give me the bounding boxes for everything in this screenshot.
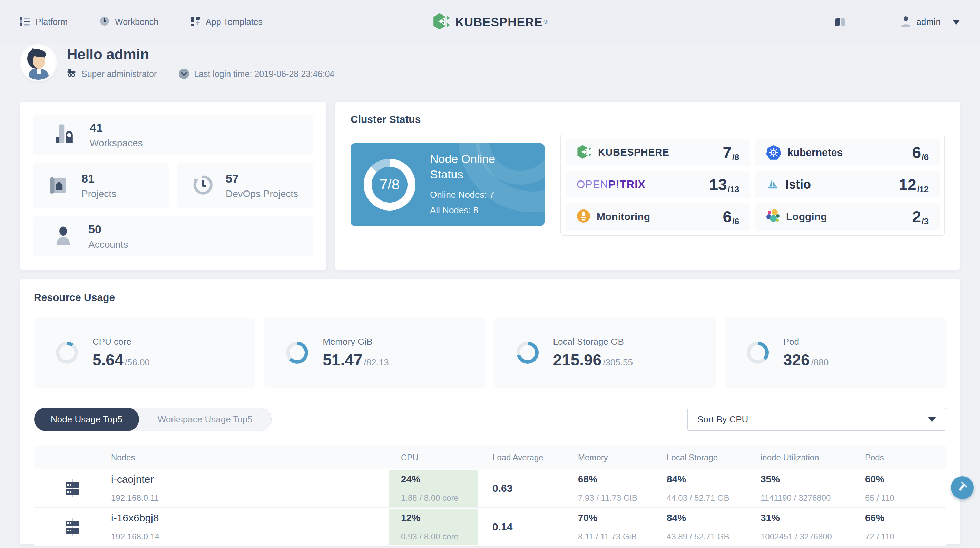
nav-right: admin — [835, 16, 960, 28]
storage-donut — [517, 342, 539, 364]
col-memory: Memory — [578, 453, 667, 462]
component-total: /3 — [922, 217, 929, 226]
accounts-person-icon — [53, 226, 73, 247]
table-row[interactable]: i-16x6bgj8 192.168.0.14 12% 0.93 / 8.00 … — [34, 508, 946, 546]
all-nodes-text: All Nodes: 8 — [430, 202, 527, 218]
user-menu[interactable]: admin — [900, 16, 960, 28]
col-cpu: CPU — [388, 453, 478, 462]
nav-left: Platform Workbench App Templates — [20, 16, 262, 28]
component-total: /6 — [922, 153, 929, 162]
col-load-average: Load Average — [478, 453, 578, 462]
sort-by-dropdown[interactable]: Sort By CPU — [687, 408, 946, 431]
inode-cell: 35% 1141190 / 3276800 — [760, 474, 865, 503]
col-inode-utilization: inode Utilization — [760, 453, 865, 462]
prometheus-icon — [577, 209, 590, 224]
nav-item-app-templates[interactable]: App Templates — [190, 16, 262, 28]
resource-used: 51.47 — [323, 350, 362, 369]
stat-devops-projects[interactable]: 57 DevOps Projects — [177, 163, 313, 208]
resource-cpu-card: CPU core 5.64/56.00 — [34, 318, 255, 387]
hammer-icon — [956, 480, 969, 495]
component-total: /6 — [732, 217, 739, 226]
node-name: i-16x6bgj8 — [111, 512, 388, 524]
main-content: 41 Workspaces 81 Projects — [0, 102, 980, 544]
component-total: /8 — [732, 153, 739, 162]
role-cart-icon — [67, 68, 76, 80]
dropdown-caret-icon — [928, 417, 936, 422]
component-kubernetes[interactable]: kubernetes 6/6 — [755, 139, 940, 166]
node-usage-table: Nodes CPU Load Average Memory Local Stor… — [34, 446, 946, 546]
local-storage-cell: 84% 44.03 / 52.71 GB — [667, 474, 760, 503]
memory-cell: 68% 7.93 / 11.73 GiB — [578, 474, 667, 503]
cluster-status-title: Cluster Status — [351, 113, 945, 125]
col-nodes: Nodes — [111, 453, 388, 462]
top-nav: Platform Workbench App Templates KUBESPH… — [0, 0, 980, 44]
resource-used: 215.96 — [553, 350, 602, 369]
avatar — [21, 46, 55, 80]
logging-cluster-icon — [766, 209, 780, 224]
platform-icon — [20, 16, 30, 28]
stat-value: 57 — [226, 172, 298, 185]
tab-workspace-usage-top5[interactable]: Workspace Usage Top5 — [139, 414, 271, 425]
node-server-icon — [34, 479, 111, 498]
node-name-cell: i-caojnter 192.168.0.11 — [111, 473, 388, 503]
openpitrix-logo: OPENP!TRIX — [577, 178, 645, 191]
documentation-book-icon[interactable] — [835, 17, 846, 27]
resource-label: CPU core — [92, 336, 150, 347]
stat-accounts[interactable]: 50 Accounts — [33, 217, 313, 256]
component-name: OPEN — [577, 178, 608, 191]
component-monitoring[interactable]: Monitoring 6/6 — [566, 203, 750, 231]
component-count: 13 — [709, 176, 727, 194]
resource-pod-card: Pod 326/880 — [725, 318, 946, 387]
resource-total: /82.13 — [364, 357, 388, 368]
toolbox-button[interactable] — [951, 476, 974, 499]
resource-usage-card: Resource Usage CPU core 5.64/56.00 Memor… — [20, 279, 960, 544]
resource-used: 326 — [783, 350, 810, 369]
component-name: Logging — [786, 211, 827, 223]
cpu-detail: 0.93 / 8.00 core — [401, 532, 478, 542]
component-openpitrix[interactable]: OPENP!TRIX 13/13 — [566, 171, 750, 198]
nav-item-workbench[interactable]: Workbench — [99, 16, 158, 28]
component-count: 6 — [722, 208, 732, 226]
pod-donut — [747, 342, 769, 364]
kubesphere-icon — [577, 144, 592, 161]
stat-workspaces[interactable]: 41 Workspaces — [33, 115, 313, 155]
app-grid-icon — [190, 16, 200, 28]
nav-item-label: App Templates — [206, 17, 262, 27]
nav-item-platform[interactable]: Platform — [20, 16, 68, 28]
load-average-cell: 0.14 — [478, 521, 578, 533]
brand-registered-mark: ® — [544, 19, 547, 25]
last-login-label: Last login time: 2019-06-28 23:46:04 — [194, 69, 334, 79]
table-row[interactable]: i-caojnter 192.168.0.11 24% 1.88 / 8.00 … — [34, 469, 946, 508]
page-title: Hello admin — [67, 46, 334, 63]
resource-total: /56.00 — [125, 357, 150, 368]
resource-total: /305.55 — [603, 357, 633, 368]
chevron-down-icon — [952, 20, 960, 24]
resource-storage-card: Local Storage GB 215.96/305.55 — [495, 318, 716, 387]
stat-projects[interactable]: 81 Projects — [33, 163, 169, 208]
local-storage-cell: 84% 43.89 / 52.71 GB — [667, 513, 760, 542]
component-name: KUBESPHERE — [598, 147, 669, 158]
stats-card: 41 Workspaces 81 Projects — [20, 102, 326, 269]
role-badge: Super administrator — [67, 68, 157, 80]
node-server-icon — [34, 517, 111, 537]
component-kubesphere[interactable]: KUBESPHERE 7/8 — [566, 139, 750, 166]
pods-cell: 66% 72 / 110 — [865, 513, 946, 542]
node-online-status-card[interactable]: 7/8 Node Online Status Online Nodes: 7 A… — [351, 143, 544, 226]
user-name: admin — [916, 17, 941, 27]
last-login: Last login time: 2019-06-28 23:46:04 — [179, 68, 334, 79]
component-istio[interactable]: Istio 12/12 — [755, 171, 940, 198]
nav-item-label: Workbench — [115, 17, 158, 27]
component-count: 2 — [912, 208, 921, 226]
node-status-donut-value: 7/8 — [372, 167, 407, 202]
pods-cell: 60% 65 / 110 — [865, 474, 946, 503]
kubesphere-logo[interactable]: KUBESPHERE® — [433, 13, 547, 32]
component-name: Monitoring — [597, 211, 650, 223]
tab-node-usage-top5[interactable]: Node Usage Top5 — [34, 408, 139, 431]
memory-donut — [286, 342, 308, 364]
stat-label: Workspaces — [90, 138, 143, 149]
resource-usage-title: Resource Usage — [34, 292, 946, 303]
greeting-section: Hello admin Super administrator Last log… — [0, 46, 980, 80]
component-logging[interactable]: Logging 2/3 — [755, 203, 940, 231]
resource-label: Memory GiB — [323, 336, 388, 347]
node-ip: 192.168.0.14 — [111, 532, 388, 542]
